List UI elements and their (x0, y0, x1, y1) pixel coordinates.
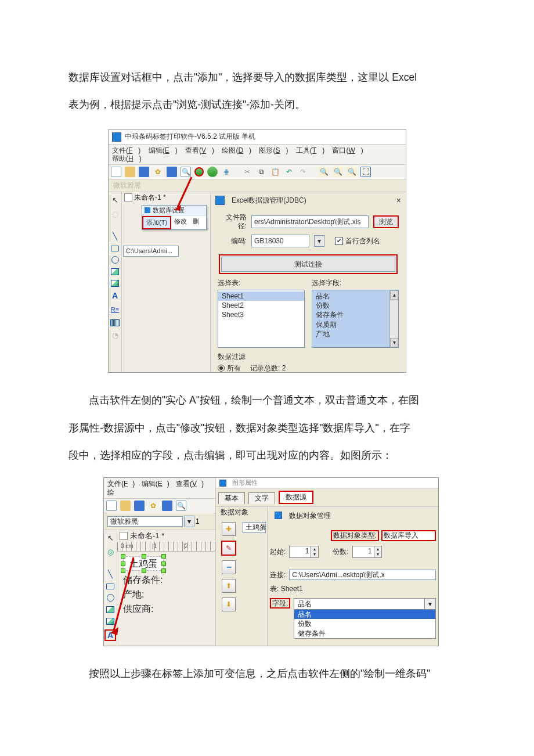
s2-line-icon[interactable]: ╲ (106, 570, 115, 579)
zoom2-icon[interactable]: 🔍 (333, 167, 343, 177)
s2-pointer-icon[interactable]: ↖ (106, 534, 115, 543)
s2-menu-file[interactable]: 文件(F) (107, 480, 135, 488)
type-value[interactable]: 数据库导入 (381, 530, 436, 541)
s2-stamp-icon[interactable]: ◎ (106, 548, 115, 557)
checkbox-icon[interactable]: ✔ (335, 237, 343, 245)
more-icon[interactable]: ◔ (110, 331, 120, 340)
s2-rect-icon[interactable] (106, 584, 114, 589)
sheet-list[interactable]: Sheet1 Sheet2 Sheet3 (218, 290, 305, 348)
spin-up-icon[interactable]: ▴ (374, 546, 381, 552)
dlg-close-icon[interactable]: × (396, 196, 401, 206)
open-icon[interactable] (125, 167, 135, 177)
print-icon[interactable] (167, 167, 177, 177)
field-selected[interactable]: 品名 (294, 598, 425, 610)
edit-object-icon[interactable]: ✎ (221, 541, 236, 556)
text-icon[interactable]: A (110, 291, 120, 301)
grid-icon[interactable]: ⋕ (221, 167, 232, 177)
circle-icon[interactable] (111, 256, 119, 264)
s2-text-icon[interactable]: A (104, 629, 116, 641)
encoding-dropdown-icon[interactable]: ▾ (314, 235, 324, 247)
s2-font-input[interactable]: 微软雅黑 (107, 516, 183, 527)
sheet-item[interactable]: Sheet3 (218, 310, 304, 319)
field-list[interactable]: 品名 份数 储存条件 保质期 产地 ▴ ▾ (312, 290, 399, 348)
browse-button[interactable]: 浏览 (373, 215, 399, 228)
copy-icon[interactable]: ⧉ (256, 167, 266, 177)
menu-file[interactable]: 文件(F) (112, 146, 140, 154)
zoom1-icon[interactable]: 🔍 (319, 167, 329, 177)
tab-text[interactable]: 文字 (248, 492, 275, 503)
paste-icon[interactable]: 📋 (270, 167, 280, 177)
field-item[interactable]: 保质期 (312, 320, 398, 329)
remove-object-icon[interactable]: ━ (222, 560, 236, 574)
zoom3-icon[interactable]: 🔍 (347, 167, 357, 177)
popup-delete[interactable]: 删 (190, 216, 202, 229)
tab-datasource[interactable]: 数据源 (279, 491, 313, 503)
save-icon[interactable] (139, 167, 149, 177)
selected-text-object[interactable]: 土鸡蛋 (123, 556, 164, 571)
s2-fontsize[interactable]: 1 (196, 517, 200, 525)
image2-icon[interactable] (111, 280, 119, 287)
object-list-item[interactable]: 土鸡蛋 (243, 522, 266, 532)
rect-icon[interactable] (111, 246, 119, 251)
filter-all-radio[interactable] (218, 365, 225, 372)
fit-icon[interactable]: ⛶ (360, 167, 371, 177)
s2-menu-view[interactable]: 查看(V) (176, 480, 204, 488)
doc-tab[interactable]: 未命名-1 * (134, 193, 166, 201)
path-input[interactable]: ers\Administrator\Desktop\测试.xls (251, 215, 369, 228)
add-object-icon[interactable]: ✚ (222, 522, 236, 536)
menu-graph[interactable]: 图形(S) (259, 146, 288, 154)
s2-menu-edit[interactable]: 编辑(E) (142, 480, 169, 488)
barcode-icon[interactable] (110, 319, 120, 326)
scroll-up-icon[interactable]: ▴ (390, 290, 398, 300)
moveup-object-icon[interactable]: ⬆ (222, 579, 236, 593)
field-option[interactable]: 份数 (294, 619, 435, 628)
s2-preview-icon[interactable]: 🔍 (176, 501, 186, 511)
pointer-icon[interactable]: ↖ (110, 196, 120, 205)
preview-icon[interactable]: 🔍 (181, 167, 191, 177)
s2-open-icon[interactable] (120, 501, 131, 511)
conn-value[interactable]: C:\Users\Admi...esktop\测试.x (289, 570, 436, 580)
test-connection-button[interactable]: 测试连接 (221, 257, 395, 272)
tab-basic[interactable]: 基本 (218, 492, 245, 503)
movedown-object-icon[interactable]: ⬇ (222, 597, 236, 611)
sheet-item[interactable]: Sheet1 (218, 291, 304, 301)
field-item[interactable]: 储存条件 (312, 310, 398, 319)
popup-add[interactable]: 添加(T) (142, 216, 171, 229)
settings-icon[interactable]: ✿ (153, 167, 163, 177)
redo-icon[interactable]: ↷ (298, 167, 308, 177)
field-dropdown-list[interactable]: 品名 份数 储存条件 (294, 610, 436, 639)
canvas-text-4[interactable]: 供应商: (123, 603, 212, 614)
start-spinner[interactable]: 1 ▴▾ (289, 546, 319, 558)
field-dd-icon[interactable]: ▾ (425, 598, 436, 610)
menu-bar[interactable]: 文件(F) 编辑(E) 查看(V) 绘图(D) 图形(S) 工具(T) 窗口(W… (109, 145, 406, 165)
s2-font-selector[interactable]: 微软雅黑 ▾ 1 (104, 513, 215, 530)
s2-font-dd-icon[interactable]: ▾ (184, 516, 194, 527)
canvas-text-2[interactable]: 储存条件: (123, 574, 212, 585)
field-dropdown[interactable]: 品名 ▾ (294, 598, 436, 610)
start-value[interactable]: 1 (289, 546, 311, 558)
cut-icon[interactable]: ✂ (242, 167, 252, 177)
field-option[interactable]: 品名 (294, 610, 435, 619)
scrollbar[interactable]: ▴ ▾ (389, 290, 398, 347)
spin-up-icon[interactable]: ▴ (311, 546, 318, 552)
menu-tool[interactable]: 工具(T) (296, 146, 324, 154)
field-option[interactable]: 储存条件 (294, 629, 435, 638)
scroll-down-icon[interactable]: ▾ (390, 338, 398, 347)
popup-modify[interactable]: 修改 (171, 216, 190, 229)
sheet-item[interactable]: Sheet2 (218, 301, 304, 310)
canvas-text-3[interactable]: 产地: (123, 589, 212, 600)
richtext-icon[interactable]: R≡ (110, 305, 120, 315)
s2-doc-tab[interactable]: 未命名-1 * (130, 531, 164, 541)
s2-new-icon[interactable] (106, 501, 117, 511)
menu-edit[interactable]: 编辑(E) (149, 146, 178, 154)
menu-help[interactable]: 帮助(H) (112, 154, 142, 163)
field-item[interactable]: 品名 (312, 291, 398, 301)
s2-circle-icon[interactable] (107, 594, 114, 602)
s2-menubar[interactable]: 文件(F) 编辑(E) 查看(V) 绘 (104, 478, 215, 499)
s2-image1-icon[interactable] (106, 606, 114, 613)
menu-draw[interactable]: 绘图(D) (222, 146, 251, 154)
undo-icon[interactable]: ↶ (284, 167, 294, 177)
field-item[interactable]: 份数 (312, 301, 398, 310)
s2-print-icon[interactable] (162, 501, 172, 511)
s2-image2-icon[interactable] (106, 618, 114, 625)
